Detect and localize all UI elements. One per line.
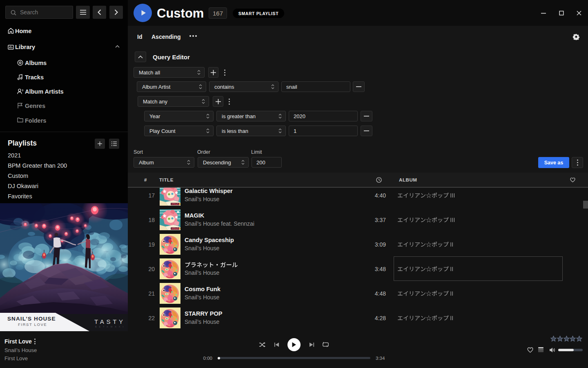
- svg-text:SNAIL’S HOUSE: SNAIL’S HOUSE: [7, 316, 56, 322]
- svg-text:#7DtsFes: #7DtsFes: [172, 203, 180, 205]
- svg-text:FIRST LOVE: FIRST LOVE: [18, 322, 47, 327]
- svg-text:#7DtsFes: #7DtsFes: [172, 227, 180, 230]
- svg-text:TASTY: TASTY: [94, 318, 125, 325]
